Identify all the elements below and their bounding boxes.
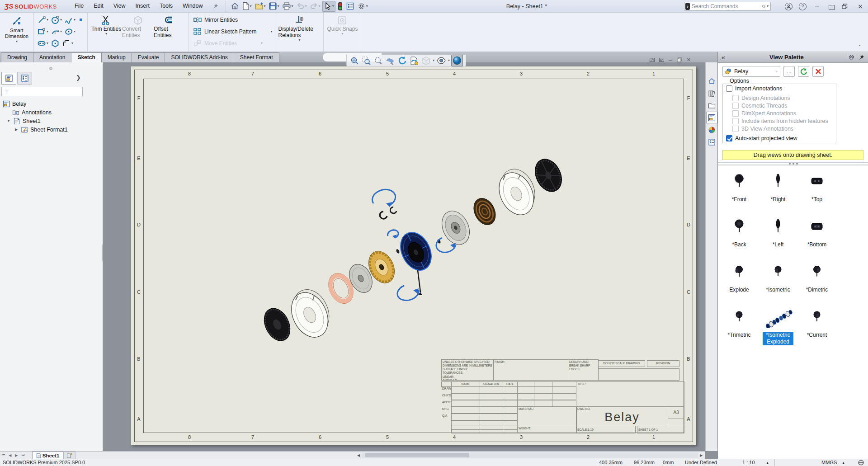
checkbox-design-annotations[interactable]: Design Annotations [732,95,790,101]
scroll-left-arrow[interactable]: ◀ [355,453,362,457]
first-sheet-button[interactable]: ⏮ [0,453,7,457]
drawing-canvas[interactable]: 8 7 6 5 4 3 2 1 8 7 6 5 4 3 2 1 F E D C … [103,62,705,451]
move-entities-button[interactable]: Move Entities ▾ [193,38,263,49]
view-palette-tab-icon[interactable] [706,112,717,123]
home-button[interactable] [230,1,240,12]
search-commands-input[interactable] [692,3,762,9]
previous-window-icon[interactable] [650,58,655,62]
tree-filter-field[interactable] [1,87,83,96]
tree-item-belay[interactable]: Belay [0,99,103,108]
view-thumbnail-isometric-exploded[interactable]: *Isometric Exploded [759,303,797,348]
hide-show-items-icon[interactable] [436,56,447,66]
checkbox-3d-view-annotations[interactable]: 3D View Annotations [732,126,793,132]
tab-drawing[interactable]: Drawing [1,52,33,62]
exploded-assembly-view[interactable] [252,135,569,347]
dock-icon[interactable]: ↔ [827,3,835,10]
slot-tool-button[interactable]: ▾ [37,38,49,48]
tree-item-sheet-format1[interactable]: ▶ Sheet Format1 [0,125,103,134]
view-thumbnail-back[interactable]: *Back [720,212,759,258]
checkbox-auto-start-projected-view[interactable]: Auto-start projected view [726,135,797,141]
view-thumbnail-left[interactable]: *Left [759,212,797,258]
minimize-document-icon[interactable]: ─ [669,57,672,63]
display-style-icon[interactable] [421,56,431,66]
quick-snaps-caret[interactable]: ▾ [341,32,343,36]
checkbox-box[interactable] [726,85,732,92]
appearances-icon[interactable] [706,124,717,136]
tab-annotation[interactable]: Annotation [33,52,71,62]
checkbox-box[interactable] [726,135,732,141]
zoom-to-fit-icon[interactable] [349,56,360,66]
home-tab-icon[interactable] [706,75,717,87]
polygon-tool-button[interactable] [50,38,60,48]
search-commands-box[interactable]: › ▾ [684,2,771,11]
offset-entities-button[interactable]: Offset Entities [154,14,185,38]
menu-insert[interactable]: Insert [131,0,155,12]
property-manager-tab[interactable] [17,72,32,85]
redo-button[interactable]: ▾ [309,1,321,12]
units-dropdown-caret[interactable]: ▲ [842,461,845,464]
select-tool-button[interactable]: ▾ [322,1,335,12]
next-sheet-button[interactable]: ▶ [13,453,19,457]
view-thumbnail-top[interactable]: *Top [797,167,836,212]
smart-dimension-caret[interactable]: ▾ [16,40,18,43]
custom-properties-icon[interactable] [706,136,717,148]
fillet-tool-button[interactable]: ▾ [61,38,74,48]
view-thumbnail-explode[interactable]: Explode [720,258,759,303]
menu-window[interactable]: Window [178,0,208,12]
combo-caret[interactable]: ⌄ [775,70,778,73]
update-view-icon[interactable] [409,56,420,66]
tab-markup[interactable]: Markup [101,52,132,62]
tab-sheet-format[interactable]: Sheet Format [234,52,279,62]
drawing-sheet[interactable]: 8 7 6 5 4 3 2 1 8 7 6 5 4 3 2 1 F E D C … [131,66,696,445]
tab-sketch[interactable]: Sketch [71,52,101,62]
view-thumbnail-dimetric[interactable]: *Dimetric [797,258,836,303]
menu-tools[interactable]: Tools [155,0,178,12]
collapse-pane-icon[interactable]: « [722,54,725,61]
expand-collapse-arrow[interactable]: ▶ [14,127,19,132]
view-settings-sphere-icon[interactable] [451,55,463,66]
arc-tool-button[interactable]: ▾ [50,27,62,37]
linear-sketch-pattern-button[interactable]: Linear Sketch Pattern ▾ [193,26,272,38]
search-icon[interactable] [762,3,766,10]
tree-item-annotations[interactable]: A Annotations [0,108,103,117]
sheet1-tab[interactable]: Sheet1 [32,452,64,459]
undo-button[interactable]: ▾ [295,1,308,12]
horizontal-scrollbar[interactable]: ◀ ▶ [355,452,704,458]
units-value[interactable]: MMGS [821,460,837,465]
view-thumbnail-current[interactable]: *Current [797,303,836,348]
hide-show-caret[interactable]: ▾ [448,59,450,62]
display-delete-caret[interactable]: ▾ [298,38,300,42]
ellipse-tool-button[interactable]: ▾ [64,27,76,37]
mirror-entities-button[interactable]: Mirror Entities [193,14,238,26]
menu-file[interactable]: File [70,0,89,12]
tab-evaluate[interactable]: Evaluate [132,52,165,62]
clear-button[interactable] [812,66,824,77]
view-thumbnail-right[interactable]: *Right [759,167,797,212]
scroll-right-arrow[interactable]: ▶ [698,453,704,457]
view-thumbnail-front[interactable]: *Front [720,167,759,212]
spline-tool-button[interactable]: ▾ [64,15,76,25]
palette-splitter[interactable] [718,162,868,165]
close-icon[interactable]: ✕ [856,3,864,10]
file-properties-button[interactable] [345,1,355,12]
pin-menu-icon[interactable] [212,3,218,9]
pin-pane-icon[interactable] [859,54,864,60]
scrollbar-track[interactable] [362,452,698,458]
trim-entities-button[interactable]: Trim Entities ▾ [90,14,122,36]
linear-pattern-caret[interactable]: ▾ [270,30,272,33]
file-explorer-icon[interactable] [706,99,717,111]
flyout-expand-arrow[interactable]: ❯ [76,74,81,81]
menu-view[interactable]: View [108,0,131,12]
smart-dimension-button[interactable]: Smart Dimension ▾ [3,14,31,43]
point-tool-button[interactable] [77,16,85,24]
refresh-button[interactable] [798,66,809,77]
display-delete-relations-button[interactable]: Display/Delete Relations ▾ [278,14,321,42]
previous-view-icon[interactable] [385,56,395,66]
tree-item-sheet1[interactable]: ▼ Sheet1 [0,117,103,125]
tab-solidworks-add-ins[interactable]: SOLIDWORKS Add-Ins [165,52,234,62]
expand-collapse-arrow[interactable]: ▼ [6,119,11,123]
checkbox-import-annotations[interactable]: Import Annotations [726,85,782,92]
view-thumbnail-trimetric[interactable]: *Trimetric [720,303,759,348]
line-tool-button[interactable]: ▾ [37,15,49,25]
close-document-icon[interactable]: ✕ [687,57,691,63]
